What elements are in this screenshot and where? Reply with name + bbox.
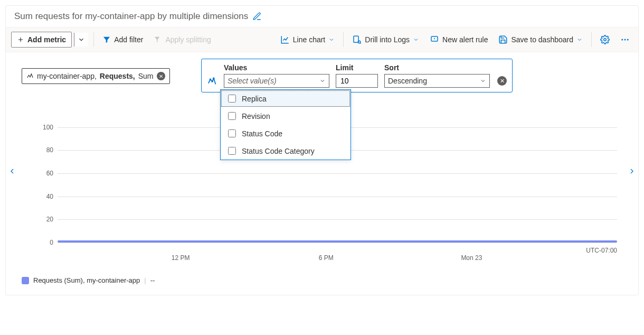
- limit-input[interactable]: [339, 76, 361, 86]
- split-icon: [207, 75, 219, 87]
- chevron-down-icon: [413, 36, 419, 43]
- divider: [93, 32, 94, 47]
- save-dashboard-button[interactable]: Save to dashboard: [495, 33, 586, 46]
- dropdown-option[interactable]: Replica: [221, 90, 351, 107]
- dropdown-option[interactable]: Status Code Category: [221, 142, 351, 160]
- metric-name: Requests,: [100, 72, 135, 80]
- legend: Requests (Sum), my-container-app | --: [6, 274, 638, 295]
- svg-point-9: [213, 78, 214, 79]
- y-tick: 80: [46, 146, 53, 154]
- dropdown-option[interactable]: Status Code: [221, 125, 351, 142]
- series-line: [58, 240, 617, 243]
- nav-next-button[interactable]: [627, 163, 637, 179]
- plus-icon: [17, 36, 24, 43]
- option-checkbox[interactable]: [228, 147, 236, 155]
- add-metric-button[interactable]: Add metric: [11, 32, 72, 48]
- x-tick: Mon 23: [461, 254, 482, 262]
- gridline: [58, 219, 617, 220]
- new-alert-button[interactable]: New alert rule: [427, 33, 491, 46]
- gear-icon: [600, 35, 610, 44]
- chart-area: my-container-app, Requests, Sum ✕ Values…: [6, 52, 638, 274]
- sort-label: Sort: [384, 63, 490, 72]
- close-icon[interactable]: ✕: [497, 76, 507, 86]
- divider: [343, 32, 344, 47]
- add-metric-dropdown-button[interactable]: [74, 33, 88, 46]
- metric-resource: my-container-app,: [37, 72, 97, 80]
- close-icon[interactable]: ✕: [157, 72, 165, 80]
- y-tick: 20: [46, 216, 53, 223]
- metric-icon: [26, 72, 34, 80]
- legend-swatch: [22, 277, 29, 284]
- chevron-down-icon: [576, 36, 583, 43]
- save-icon: [498, 35, 508, 44]
- legend-separator: |: [144, 276, 146, 284]
- gridline: [58, 243, 617, 243]
- svg-rect-0: [354, 36, 358, 42]
- alert-icon: [430, 35, 439, 44]
- y-tick: 60: [46, 170, 53, 177]
- limit-input-wrap: [336, 74, 378, 88]
- sort-select[interactable]: Descending: [384, 74, 490, 88]
- add-filter-button[interactable]: Add filter: [99, 33, 146, 46]
- divider: [591, 32, 592, 47]
- more-button[interactable]: [617, 33, 633, 46]
- option-checkbox[interactable]: [228, 129, 236, 137]
- svg-point-3: [604, 39, 607, 41]
- limit-label: Limit: [336, 63, 378, 72]
- gridline: [58, 197, 617, 197]
- values-label: Values: [224, 63, 329, 72]
- metric-aggregation: Sum: [138, 72, 154, 80]
- values-select[interactable]: Select value(s): [224, 74, 329, 88]
- y-tick: 0: [50, 239, 53, 246]
- svg-point-4: [621, 39, 623, 41]
- y-tick: 100: [43, 124, 53, 131]
- chevron-down-icon: [78, 36, 85, 43]
- toolbar: Add metric Add filter Apply splitting Li…: [6, 27, 638, 52]
- metric-chip[interactable]: my-container-app, Requests, Sum ✕: [22, 68, 170, 84]
- values-dropdown: ReplicaRevisionStatus CodeStatus Code Ca…: [220, 89, 351, 160]
- page-title: Sum requests for my-container-app by mul…: [14, 11, 248, 22]
- chevron-right-icon: [628, 167, 636, 175]
- nav-prev-button[interactable]: [7, 163, 17, 179]
- svg-point-6: [627, 39, 629, 41]
- legend-value: --: [150, 276, 155, 284]
- dropdown-option[interactable]: Revision: [221, 107, 351, 125]
- chevron-left-icon: [8, 167, 16, 175]
- settings-button[interactable]: [597, 33, 613, 46]
- splitting-panel: Values Select value(s) Limit Sort Descen…: [201, 59, 513, 92]
- line-chart-icon: [280, 35, 290, 44]
- svg-point-5: [624, 39, 626, 41]
- apply-splitting-button: Apply splitting: [150, 33, 214, 46]
- x-tick: 6 PM: [319, 254, 334, 262]
- svg-point-7: [210, 79, 211, 80]
- more-icon: [620, 35, 630, 44]
- y-axis: 020406080100: [32, 116, 53, 243]
- split-icon: [154, 35, 162, 44]
- chevron-down-icon: [319, 78, 326, 84]
- line-chart-button[interactable]: Line chart: [277, 33, 338, 46]
- logs-icon: [352, 35, 362, 44]
- edit-icon[interactable]: [252, 12, 262, 21]
- gridline: [58, 173, 617, 174]
- legend-label: Requests (Sum), my-container-app: [33, 276, 140, 284]
- chevron-down-icon: [328, 36, 335, 43]
- chevron-down-icon: [480, 78, 486, 84]
- x-tick: 12 PM: [172, 254, 190, 262]
- option-checkbox[interactable]: [228, 95, 236, 103]
- svg-point-8: [212, 81, 213, 82]
- y-tick: 40: [46, 193, 53, 200]
- timezone-label: UTC-07:00: [586, 247, 617, 254]
- option-checkbox[interactable]: [228, 112, 236, 120]
- drill-logs-button[interactable]: Drill into Logs: [349, 33, 422, 46]
- filter-icon: [102, 35, 111, 44]
